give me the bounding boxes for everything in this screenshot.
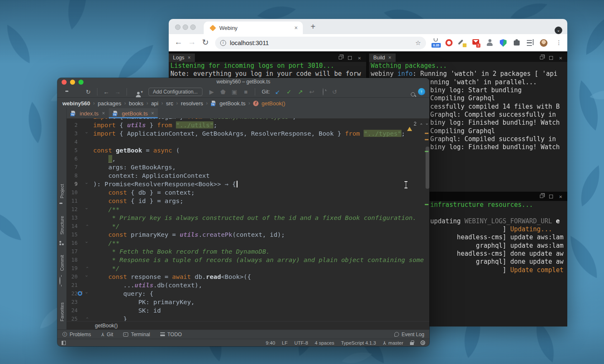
status-item[interactable]: UTF-8 xyxy=(294,340,308,345)
red-ring-extension-icon[interactable] xyxy=(445,38,453,48)
navigate-forward-icon[interactable]: → xyxy=(114,88,121,95)
code-line[interactable]: 4 xyxy=(67,138,429,146)
status-item[interactable]: TypeScript 4.1.3 xyxy=(341,340,376,345)
error-stripe-mark[interactable] xyxy=(425,139,429,140)
status-item[interactable]: LF xyxy=(282,340,287,345)
close-traffic-light[interactable] xyxy=(62,80,67,85)
toolwindow-button-git[interactable]: YGit xyxy=(101,332,113,337)
back-icon[interactable]: ← xyxy=(173,37,184,47)
float-window-icon[interactable] xyxy=(540,195,543,198)
toolwindow-button-todo[interactable]: TODO xyxy=(160,332,182,337)
logs-tab-close-icon[interactable]: × xyxy=(188,55,191,61)
error-stripe-mark[interactable] xyxy=(425,204,429,205)
editor-tab-index.ts[interactable]: index.ts× xyxy=(67,108,109,118)
sync-icon[interactable]: ↻ xyxy=(84,88,92,95)
code-text[interactable]: ...utils.db(context), xyxy=(93,281,202,289)
editor-bottom-breadcrumb[interactable]: getBook() xyxy=(67,321,429,329)
float-window-icon[interactable] xyxy=(339,56,342,59)
zoom-traffic-light[interactable] xyxy=(190,24,196,30)
sidebar-item-commit[interactable]: Commit xyxy=(57,251,67,275)
git-rollback-icon[interactable]: ↩ xyxy=(308,88,315,95)
fold-marker-icon[interactable]: › xyxy=(84,267,89,268)
breadcrumb-item[interactable]: packages xyxy=(98,100,121,107)
tab-search-circle-icon[interactable]: ⌄ xyxy=(555,27,562,34)
close-window-icon[interactable]: × xyxy=(358,56,361,60)
debug-bug-icon[interactable]: ⬟ xyxy=(219,88,227,95)
close-window-icon[interactable]: × xyxy=(559,195,562,198)
toolwindow-button-terminal[interactable]: >Terminal xyxy=(123,332,150,337)
code-text[interactable]: * Response is a tuple of records (always… xyxy=(93,256,424,264)
list-extension-icon[interactable] xyxy=(526,38,534,48)
code-line[interactable]: 13 * Primary key is always constructed o… xyxy=(67,214,429,222)
code-text[interactable]: import { utils } from "../utils"; xyxy=(93,121,217,129)
maximize-window-icon[interactable] xyxy=(549,195,553,198)
code-text[interactable]: const { id } = args; xyxy=(93,197,183,205)
code-text[interactable]: SK: id xyxy=(93,306,161,315)
git-push-icon[interactable]: ↗ xyxy=(297,88,304,95)
breadcrumb-item[interactable]: resolvers xyxy=(181,100,203,107)
build-tab[interactable]: Build × xyxy=(369,54,396,62)
minimize-traffic-light[interactable] xyxy=(183,24,188,30)
error-stripe-mark[interactable] xyxy=(425,133,429,134)
gear-icon[interactable] xyxy=(421,340,425,345)
code-text[interactable]: */ xyxy=(93,222,119,230)
code-line[interactable]: 14› */ xyxy=(67,222,429,230)
build-tab-close-icon[interactable]: × xyxy=(388,55,391,61)
tab-close-icon[interactable]: × xyxy=(294,24,299,31)
code-line[interactable]: 18 * Response is a tuple of records (alw… xyxy=(67,256,429,264)
tab-close-icon[interactable]: × xyxy=(151,110,154,116)
prev-warning-icon[interactable]: › xyxy=(419,123,423,124)
breadcrumb-item[interactable]: getBook.ts xyxy=(220,100,245,107)
code-text[interactable]: const primaryKey = utils.createPk(contex… xyxy=(93,230,285,239)
fold-marker-icon[interactable]: › xyxy=(84,208,89,209)
logs-tab[interactable]: Logs × xyxy=(169,54,195,62)
git-update-icon[interactable]: ↙ xyxy=(274,88,281,95)
code-text[interactable]: const { db } = context; xyxy=(93,188,195,197)
git-commit-check-icon[interactable]: ✓ xyxy=(285,88,293,95)
code-text[interactable]: /** xyxy=(93,205,119,214)
run-icon[interactable]: ▶ xyxy=(208,88,216,95)
site-info-icon[interactable]: i xyxy=(220,40,226,46)
shield-extension-icon[interactable] xyxy=(499,38,507,48)
breadcrumb-item[interactable]: api xyxy=(151,100,158,107)
run-gutter-icon[interactable] xyxy=(78,291,82,296)
code-line[interactable]: 8 context: ApplicationContext xyxy=(67,171,429,180)
maximize-window-icon[interactable] xyxy=(549,56,553,60)
lock-icon[interactable] xyxy=(410,342,414,345)
breadcrumb-item[interactable]: books xyxy=(129,100,143,107)
code-line[interactable]: 25› } xyxy=(67,315,429,321)
code-line[interactable]: 24 SK: id xyxy=(67,306,429,315)
history-clock-icon[interactable] xyxy=(319,88,327,95)
code-line[interactable]: 2import { utils } from "../utils"; xyxy=(67,121,429,129)
code-text[interactable]: query: { xyxy=(93,289,154,298)
code-text[interactable]: /** xyxy=(93,239,119,247)
code-line[interactable]: 7 args: GetBookArgs, xyxy=(67,163,429,171)
fold-marker-icon[interactable]: › xyxy=(84,182,89,184)
cost-badge-extension-icon[interactable]: 0.35 xyxy=(431,38,440,48)
code-text[interactable]: } xyxy=(93,315,127,321)
code-line[interactable]: 5const getBook = async ( xyxy=(67,146,429,155)
code-line[interactable]: 22› query: { xyxy=(67,289,429,298)
code-line[interactable]: 11 const { id } = args; xyxy=(67,197,429,205)
fold-marker-icon[interactable]: › xyxy=(84,292,89,294)
code-line[interactable]: 17 * Fetch the Book record from the Dyna… xyxy=(67,247,429,256)
mail-extension-icon[interactable]: 3 xyxy=(472,38,480,48)
code-line[interactable]: 15 const primaryKey = utils.createPk(con… xyxy=(67,230,429,239)
code-line[interactable]: 3›import { ApplicationContext, GetBookAr… xyxy=(67,129,429,138)
bookmark-star-icon[interactable]: ☆ xyxy=(415,39,421,47)
tab-close-icon[interactable]: × xyxy=(102,110,105,116)
sidebar-item-project[interactable]: Project xyxy=(57,181,67,201)
editor-scrollbar[interactable] xyxy=(426,147,429,189)
next-warning-icon[interactable]: › xyxy=(425,123,429,124)
fold-marker-icon[interactable]: › xyxy=(84,132,89,134)
breadcrumb-item[interactable]: getBook() xyxy=(262,100,285,107)
coverage-icon[interactable]: ▣ xyxy=(231,88,238,95)
maximize-window-icon[interactable] xyxy=(348,56,352,60)
update-available-icon[interactable]: ↑ xyxy=(418,88,425,95)
profile-avatar[interactable] xyxy=(539,38,548,48)
code-line[interactable]: 12› /** xyxy=(67,205,429,214)
code-line[interactable]: 21 ...utils.db(context), xyxy=(67,281,429,289)
code-line[interactable]: 16› /** xyxy=(67,239,429,247)
code-line[interactable]: 20› const response = await db.read<Book>… xyxy=(67,273,429,281)
code-text[interactable]: ): Promise<ResolverResponse<Book>> ⇒ { xyxy=(93,180,237,188)
